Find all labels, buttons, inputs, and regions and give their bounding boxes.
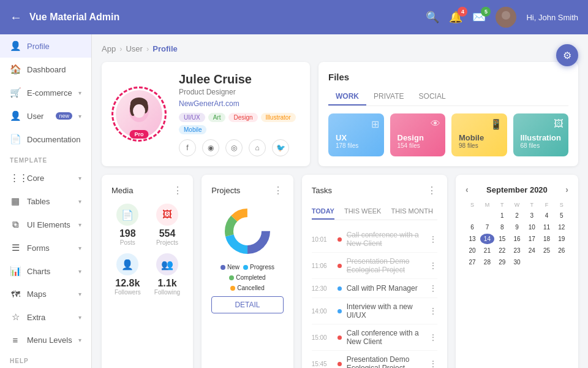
github-icon[interactable]: ⌂: [249, 139, 266, 156]
twitter-icon[interactable]: 🐦: [272, 139, 289, 156]
cal-day[interactable]: 25: [540, 245, 553, 256]
tab-this-week[interactable]: THIS WEEK: [344, 204, 382, 220]
stats-grid: 📄 198 Posts 🖼 554 Projects 👤 12.8k Follo…: [111, 204, 183, 296]
sidebar-item-documentation[interactable]: 📄 Documentation: [0, 128, 91, 151]
tag-art: Art: [208, 113, 226, 122]
sidebar-item-forms[interactable]: ☰ Forms ▾: [0, 236, 91, 259]
tab-today[interactable]: TODAY: [312, 204, 334, 220]
task-options-button[interactable]: ⋮: [429, 306, 437, 316]
cal-day[interactable]: 10: [525, 222, 538, 232]
facebook-icon[interactable]: f: [179, 139, 196, 156]
detail-button[interactable]: DETAIL: [211, 296, 283, 313]
task-dot: [337, 309, 342, 313]
task-options-button[interactable]: ⋮: [429, 234, 437, 244]
search-button[interactable]: 🔍: [426, 10, 439, 24]
cal-day[interactable]: 17: [525, 234, 538, 244]
cal-day[interactable]: 15: [496, 234, 509, 244]
breadcrumb-sep1: ›: [119, 44, 122, 53]
projects-more-button[interactable]: ⋮: [273, 185, 284, 196]
cal-day[interactable]: 14: [480, 234, 494, 244]
sidebar-item-ui-elements[interactable]: ⧉ UI Elements ▾: [0, 213, 91, 236]
sidebar-item-profile[interactable]: 👤 Profile: [0, 34, 91, 58]
breadcrumb-app[interactable]: App: [102, 44, 116, 53]
cal-day[interactable]: 30: [510, 257, 524, 267]
profile-website[interactable]: NewGenerArt.com: [179, 99, 239, 108]
tab-private[interactable]: PRIVATE: [366, 88, 412, 105]
cal-day[interactable]: 16: [510, 234, 524, 244]
back-button[interactable]: ←: [10, 10, 22, 25]
tab-work[interactable]: WORK: [328, 88, 366, 105]
chevron-down-icon: ▾: [78, 245, 81, 251]
sidebar-item-tables[interactable]: ▦ Tables ▾: [0, 190, 91, 213]
cal-day[interactable]: 12: [555, 222, 568, 232]
cal-day[interactable]: 9: [510, 222, 524, 232]
legend-dot-cancelled: [230, 286, 235, 291]
social-icons: f ◉ ◎ ⌂ 🐦: [179, 139, 300, 156]
projects-title: Projects: [211, 186, 240, 195]
tasks-more-button[interactable]: ⋮: [427, 185, 437, 196]
dribbble-icon[interactable]: ◉: [202, 139, 219, 156]
notification-button[interactable]: 🔔4: [449, 10, 462, 24]
sidebar-item-maps[interactable]: 🗺 Maps ▾: [0, 283, 91, 305]
instagram-icon[interactable]: ◎: [225, 139, 243, 156]
folder-design[interactable]: 👁 Design 154 files: [390, 113, 446, 156]
folder-ux[interactable]: ⊞ UX 178 files: [328, 113, 384, 156]
cal-next-button[interactable]: ›: [565, 185, 568, 194]
legend-cancelled: Cancelled: [230, 285, 264, 291]
chevron-down-icon: ▾: [78, 337, 81, 343]
projects-icon: 🖼: [156, 204, 178, 226]
cal-day[interactable]: 21: [480, 245, 494, 256]
folder-illustration[interactable]: 🖼 Illustration 68 files: [513, 113, 569, 156]
cal-day[interactable]: 7: [480, 222, 494, 232]
folder-mobile[interactable]: 📱 Mobile 98 files: [451, 113, 507, 156]
cal-day[interactable]: 20: [466, 245, 479, 256]
media-more-button[interactable]: ⋮: [173, 185, 183, 196]
cal-day[interactable]: 4: [540, 210, 553, 221]
projects-legend: New Progress Completed Cancelled: [211, 264, 283, 291]
cal-prev-button[interactable]: ‹: [466, 185, 469, 194]
task-options-button[interactable]: ⋮: [429, 332, 437, 342]
task-options-button[interactable]: ⋮: [429, 261, 437, 270]
sidebar-item-menu-levels[interactable]: ≡ Menu Levels ▾: [0, 329, 91, 351]
cal-day[interactable]: 6: [466, 222, 479, 232]
cal-day[interactable]: 18: [540, 234, 553, 244]
sidebar-item-extra[interactable]: ☆ Extra ▾: [0, 305, 91, 329]
stat-following: 👥 1.1k Following: [151, 253, 184, 296]
tag-illustrator: Illustrator: [261, 113, 296, 122]
cal-day[interactable]: 28: [480, 257, 494, 267]
cal-day[interactable]: 2: [510, 210, 524, 221]
mail-button[interactable]: ✉️5: [472, 10, 486, 24]
stat-followers: 👤 12.8k Followers: [111, 253, 144, 296]
cal-day[interactable]: 11: [540, 222, 553, 232]
sidebar-item-charts[interactable]: 📊 Charts ▾: [0, 259, 91, 283]
posts-icon: 📄: [116, 204, 138, 226]
task-options-button[interactable]: ⋮: [429, 283, 437, 293]
sidebar-item-dashboard[interactable]: 🏠 Dashboard: [0, 58, 91, 81]
topnav-icons: 🔍 🔔4 ✉️5 Hi, John Smith: [426, 7, 578, 28]
sidebar-item-user[interactable]: 👤 User new ▾: [0, 104, 91, 128]
cal-day[interactable]: 8: [496, 222, 509, 232]
tab-this-month[interactable]: THIS MONTH: [391, 204, 432, 220]
cal-day[interactable]: 27: [466, 257, 479, 267]
avatar[interactable]: [496, 7, 516, 28]
cal-day[interactable]: 23: [510, 245, 524, 256]
sidebar-item-ecommerce[interactable]: 🛒 E-commerce ▾: [0, 81, 91, 104]
cal-day[interactable]: 22: [496, 245, 509, 256]
cal-day[interactable]: 24: [525, 245, 538, 256]
tab-social[interactable]: SOCIAL: [412, 88, 453, 105]
cal-day[interactable]: 26: [555, 245, 568, 256]
cal-day[interactable]: 3: [525, 210, 538, 221]
cal-day[interactable]: 29: [496, 257, 509, 267]
cal-day[interactable]: 5: [555, 210, 568, 221]
cal-day[interactable]: 13: [466, 234, 479, 244]
chevron-down-icon: ▾: [78, 90, 81, 96]
avatar-ring: Pro: [111, 86, 167, 142]
cal-day[interactable]: 19: [555, 234, 568, 244]
cal-day[interactable]: 1: [496, 210, 509, 221]
task-options-button[interactable]: ⋮: [429, 359, 437, 368]
sidebar-item-core[interactable]: ⋮⋮ Core ▾: [0, 166, 91, 190]
breadcrumb-user[interactable]: User: [126, 44, 142, 53]
topnav: ← Vue Material Admin 🔍 🔔4 ✉️5 Hi, John S…: [0, 0, 588, 34]
cal-day-header: S: [555, 201, 568, 209]
settings-fab[interactable]: ⚙: [556, 44, 578, 66]
